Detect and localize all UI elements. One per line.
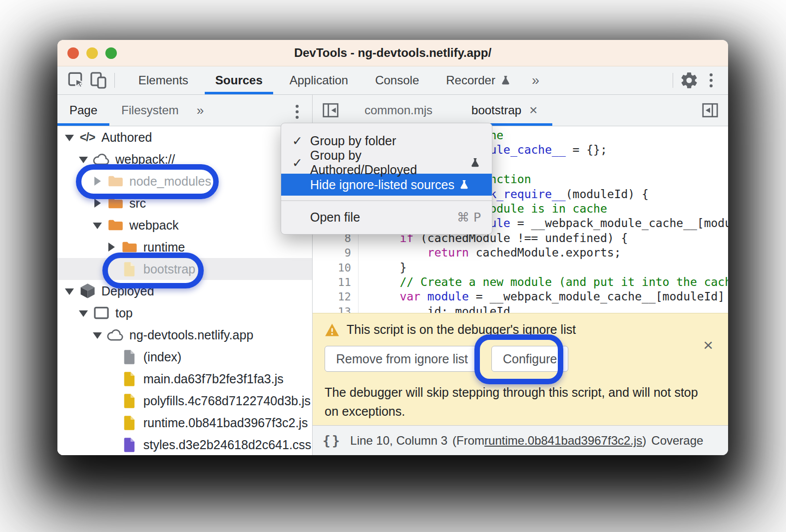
twisty-spacer	[106, 396, 116, 406]
inspect-element-button[interactable]	[65, 69, 87, 91]
line-number: 10	[313, 261, 358, 275]
banner-description: The debugger will skip stepping through …	[325, 383, 714, 421]
banner-buttons: Remove from ignore listConfigure	[325, 346, 716, 372]
tree-item-authored[interactable]: </>Authored	[57, 126, 312, 148]
tree-item-label: main.da63f7b2fe3f1fa3.js	[143, 372, 284, 386]
tab-console[interactable]: Console	[362, 66, 432, 94]
tree-item-node-modules[interactable]: node_modules	[57, 170, 312, 192]
twisty-spacer	[106, 440, 116, 450]
tree-item-webpack[interactable]: webpack://	[57, 148, 312, 170]
mapped-from-link[interactable]: runtime.0b841bad3967f3c2.js	[484, 434, 642, 448]
panel-tab-label: Console	[375, 73, 419, 87]
titlebar: DevTools - ng-devtools.netlify.app/	[57, 40, 728, 66]
tree-item-deployed[interactable]: Deployed	[57, 280, 312, 302]
mapped-from-prefix: (From	[452, 434, 484, 448]
remove-from-ignore-list-button[interactable]: Remove from ignore list	[325, 346, 479, 372]
chevron-expanded-icon[interactable]	[64, 132, 74, 142]
menu-item-label: Group by Authored/Deployed	[310, 148, 465, 177]
file-yellow-icon	[120, 415, 139, 431]
chevron-collapsed-icon[interactable]	[92, 176, 102, 186]
sidebar-tabs: PageFilesystem	[57, 95, 191, 126]
close-window-button[interactable]	[67, 47, 79, 59]
cube-icon	[80, 283, 95, 299]
tree-item-runtime-0b841bad3967f3c2-js[interactable]: runtime.0b841bad3967f3c2.js	[57, 412, 312, 434]
tree-item-ng-devtools-netlify-app[interactable]: ng-devtools.netlify.app	[57, 324, 312, 346]
sidebar-tab-label: Page	[69, 103, 97, 117]
menu-shortcut: ⌘ P	[457, 210, 481, 225]
tree-item-label: styles.d3e2b24618d2c641.css	[143, 438, 311, 452]
cube-icon	[78, 283, 97, 299]
sidebar-tab-filesystem[interactable]: Filesystem	[109, 95, 191, 126]
twisty-spacer	[106, 264, 116, 274]
folder-icon	[120, 241, 139, 254]
chevron-expanded-icon[interactable]	[78, 154, 88, 164]
menu-separator	[281, 200, 492, 201]
twisty-spacer	[106, 418, 116, 428]
menu-item-open-file[interactable]: Open file⌘ P	[281, 206, 492, 228]
panel-right-toggle-icon	[701, 101, 719, 119]
chevron-collapsed-icon[interactable]	[92, 198, 102, 208]
settings-button[interactable]	[678, 69, 700, 91]
close-banner-button[interactable]: ×	[703, 336, 713, 353]
tree-item-webpack[interactable]: webpack	[57, 214, 312, 236]
tab-recorder[interactable]: Recorder	[432, 66, 525, 94]
tree-item-main-da63f7b2fe3f1fa3-js[interactable]: main.da63f7b2fe3f1fa3.js	[57, 368, 312, 390]
cloud-icon	[92, 153, 110, 166]
tab-application[interactable]: Application	[276, 66, 362, 94]
tab-elements[interactable]: Elements	[125, 66, 202, 94]
devtools-menu-button[interactable]	[700, 69, 722, 91]
tree-item-label: (index)	[143, 350, 181, 364]
menu-item-group-by-authored-deployed[interactable]: ✓Group by Authored/Deployed	[281, 152, 492, 174]
gear-icon	[680, 71, 699, 90]
tree-item-label: runtime.0b841bad3967f3c2.js	[143, 416, 308, 430]
hide-navigator-button[interactable]	[320, 99, 342, 121]
minimize-window-button[interactable]	[86, 47, 98, 59]
tree-item-label: webpack	[129, 218, 179, 233]
tree-item-runtime[interactable]: runtime	[57, 236, 312, 258]
zoom-window-button[interactable]	[105, 47, 117, 59]
close-tab-icon[interactable]: ×	[529, 103, 537, 117]
window-title: DevTools - ng-devtools.netlify.app/	[57, 40, 728, 66]
chevron-collapsed-icon[interactable]	[106, 242, 116, 252]
panel-left-toggle-icon	[322, 101, 340, 119]
twisty-spacer	[106, 352, 116, 362]
line-number: 11	[313, 275, 358, 289]
chevron-expanded-icon[interactable]	[92, 330, 102, 340]
tree-item-label: runtime	[143, 240, 185, 255]
show-debugger-sidebar-button[interactable]	[699, 99, 721, 121]
tree-item-bootstrap[interactable]: bootstrap	[57, 258, 312, 280]
banner-title: This script is on the debugger's ignore …	[347, 322, 576, 337]
editor-tab-common-mjs[interactable]: common.mjs	[350, 95, 447, 126]
toolbar-tabs: ElementsSourcesApplicationConsoleRecorde…	[125, 66, 525, 94]
pretty-print-icon[interactable]: {}	[323, 433, 341, 448]
tree-item-index[interactable]: (index)	[57, 346, 312, 368]
ignore-list-banner: This script is on the debugger's ignore …	[313, 313, 728, 425]
line-number: 9	[313, 246, 358, 260]
chevron-expanded-icon[interactable]	[78, 308, 88, 318]
chevron-expanded-icon[interactable]	[64, 286, 74, 296]
editor-statusbar: {} Line 10, Column 3 (From runtime.0b841…	[313, 425, 728, 455]
more-navigator-tabs-button[interactable]: »	[191, 103, 210, 118]
menu-item-label: Open file	[310, 210, 360, 225]
tree-item-polyfills-4c768d7122740d3b-js[interactable]: polyfills.4c768d7122740d3b.js	[57, 390, 312, 412]
configure-button[interactable]: Configure	[491, 346, 568, 372]
tab-sources[interactable]: Sources	[202, 66, 276, 94]
more-panels-button[interactable]: »	[525, 73, 546, 88]
file-tree: </>Authoredwebpack://node_modulessrcwebp…	[57, 126, 312, 455]
editor-tab-bootstrap[interactable]: bootstrap×	[456, 95, 552, 126]
sidebar-tab-page[interactable]: Page	[57, 95, 109, 126]
tree-item-label: polyfills.4c768d7122740d3b.js	[143, 394, 311, 408]
tree-item-label: Deployed	[101, 284, 154, 298]
folder-icon	[106, 219, 125, 232]
tree-item-styles-d3e2b24618d2c641-css[interactable]: styles.d3e2b24618d2c641.css	[57, 434, 312, 455]
chevron-expanded-icon[interactable]	[92, 220, 102, 230]
tree-item-top[interactable]: top	[57, 302, 312, 324]
tree-item-src[interactable]: src	[57, 192, 312, 214]
file-yellow-icon	[120, 371, 139, 387]
folder-faded-icon	[106, 175, 125, 188]
navigator-tabs: PageFilesystem »	[57, 95, 312, 126]
device-toolbar-button[interactable]	[87, 69, 109, 91]
window-controls	[67, 40, 117, 66]
navigator-menu-button[interactable]	[286, 101, 308, 123]
code-line: // Create a new module (and put it into …	[372, 275, 728, 289]
